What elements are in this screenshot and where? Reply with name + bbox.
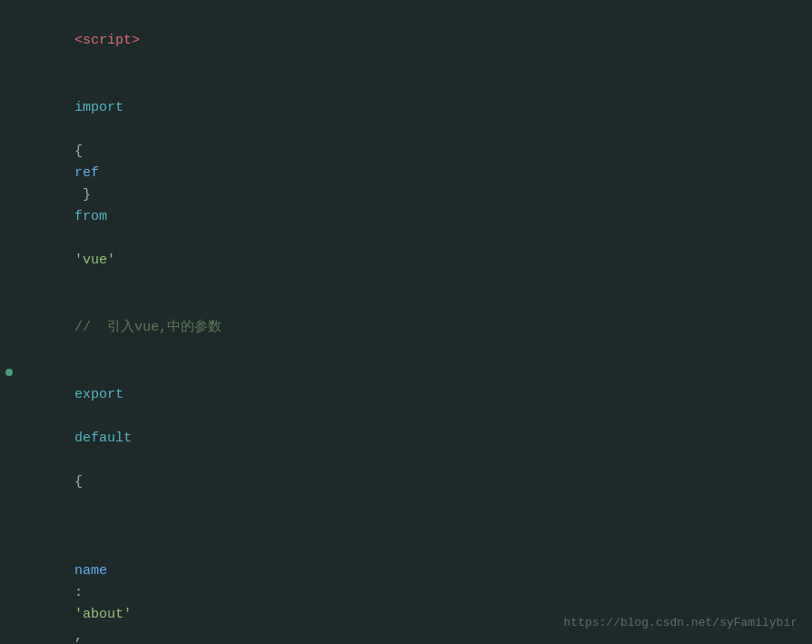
vue-string: 'vue' <box>74 253 115 268</box>
from-keyword: from <box>74 209 107 224</box>
code-line-3: // 引入vue,中的参数 <box>18 295 812 361</box>
line-1: <script> <box>0 7 812 74</box>
gutter-dot-4 <box>5 369 13 376</box>
code-line-4: export default { <box>18 362 812 515</box>
comment-import: // 引入vue,中的参数 <box>74 320 222 335</box>
default-keyword: default <box>74 431 132 446</box>
gutter-4 <box>0 369 18 376</box>
code-line-1: <script> <box>18 8 812 74</box>
export-keyword: export <box>74 387 124 402</box>
line-4: export default { <box>0 362 812 516</box>
code-line-2: import { ref } from 'vue' <box>18 75 812 293</box>
import-keyword: import <box>74 100 124 115</box>
footer-url: https://blog.csdn.net/syFamilybir <box>564 614 797 633</box>
line-3: // 引入vue,中的参数 <box>0 294 812 362</box>
code-editor: <script> import { ref } from 'vue' // 引入… <box>0 0 812 644</box>
name-prop: name <box>74 563 107 579</box>
ref-keyword: ref <box>74 165 99 181</box>
script-open-tag: <script> <box>74 33 140 48</box>
about-string: 'about' <box>74 607 132 622</box>
line-2: import { ref } from 'vue' <box>0 74 812 294</box>
